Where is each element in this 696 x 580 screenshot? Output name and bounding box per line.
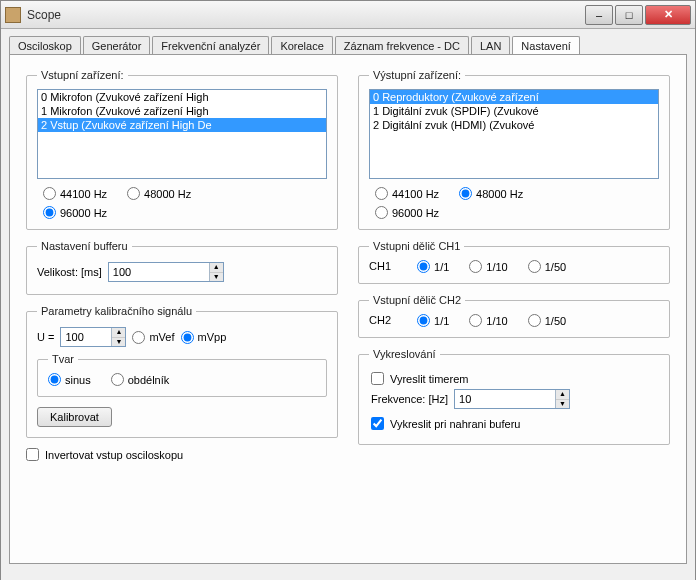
- render-buffer-label: Vykreslit pri nahrani buferu: [390, 418, 520, 430]
- input-device-item[interactable]: 2 Vstup (Zvukové zařízení High De: [38, 118, 326, 132]
- listbox-output-devices[interactable]: 0 Reproduktory (Zvukové zařízení 1 Digit…: [369, 89, 659, 179]
- app-window: Scope – □ ✕ Osciloskop Generátor Frekven…: [0, 0, 696, 580]
- ch1-1-10[interactable]: 1/10: [469, 260, 507, 273]
- ch2-1-50[interactable]: 1/50: [528, 314, 566, 327]
- legend-buffer: Nastavení bufferu: [37, 240, 132, 252]
- spinner-up-icon[interactable]: ▲: [210, 263, 223, 273]
- input-freq-44100[interactable]: 44100 Hz: [43, 187, 107, 200]
- u-input[interactable]: [61, 328, 111, 346]
- group-output-devices: Výstupní zařízení: 0 Reproduktory (Zvuko…: [358, 69, 670, 230]
- app-icon: [5, 7, 21, 23]
- render-freq-input[interactable]: [455, 390, 555, 408]
- titlebar: Scope – □ ✕: [1, 1, 695, 29]
- group-divider-ch1: Vstupni dělič CH1 CH1 1/1 1/10 1/50: [358, 240, 670, 284]
- output-device-item[interactable]: 0 Reproduktory (Zvukové zařízení: [370, 90, 658, 104]
- legend-divider-ch1: Vstupni dělič CH1: [369, 240, 464, 252]
- invert-input-label: Invertovat vstup osciloskopu: [45, 449, 183, 461]
- tab-lan[interactable]: LAN: [471, 36, 510, 55]
- ch1-1-1[interactable]: 1/1: [417, 260, 449, 273]
- window-buttons: – □ ✕: [583, 5, 691, 25]
- ch2-prefix: CH2: [369, 314, 391, 327]
- calibrate-button[interactable]: Kalibrovat: [37, 407, 112, 427]
- tab-page-nastaveni: Vstupní zařízení: 0 Mikrofon (Zvukové za…: [9, 54, 687, 564]
- right-column: Výstupní zařízení: 0 Reproduktory (Zvuko…: [358, 69, 670, 465]
- input-device-item[interactable]: 0 Mikrofon (Zvukové zařízení High: [38, 90, 326, 104]
- tab-zaznam-frekvence[interactable]: Záznam frekvence - DC: [335, 36, 469, 55]
- close-button[interactable]: ✕: [645, 5, 691, 25]
- output-freq-96000[interactable]: 96000 Hz: [375, 206, 439, 219]
- legend-shape: Tvar: [48, 353, 78, 365]
- invert-input-checkbox[interactable]: [26, 448, 39, 461]
- unit-mvpp[interactable]: mVpp: [181, 331, 227, 344]
- tab-strip: Osciloskop Generátor Frekvenční analyzér…: [9, 35, 687, 55]
- group-buffer: Nastavení bufferu Velikost: [ms] ▲▼: [26, 240, 338, 295]
- render-freq-spinner[interactable]: ▲▼: [454, 389, 570, 409]
- maximize-button[interactable]: □: [615, 5, 643, 25]
- group-rendering: Vykreslování Vyreslit timerem Frekvence:…: [358, 348, 670, 445]
- client-area: Osciloskop Generátor Frekvenční analyzér…: [1, 29, 695, 580]
- group-input-devices: Vstupní zařízení: 0 Mikrofon (Zvukové za…: [26, 69, 338, 230]
- input-freq-96000[interactable]: 96000 Hz: [43, 206, 107, 219]
- render-buffer-checkbox[interactable]: [371, 417, 384, 430]
- spinner-down-icon[interactable]: ▼: [112, 338, 125, 347]
- legend-calibration: Parametry kalibračního signálu: [37, 305, 196, 317]
- u-label: U =: [37, 331, 54, 343]
- unit-mvef[interactable]: mVef: [132, 331, 174, 344]
- u-spinner[interactable]: ▲▼: [60, 327, 126, 347]
- shape-sinus[interactable]: sinus: [48, 373, 91, 386]
- legend-output-devices: Výstupní zařízení:: [369, 69, 465, 81]
- left-column: Vstupní zařízení: 0 Mikrofon (Zvukové za…: [26, 69, 338, 465]
- spinner-down-icon[interactable]: ▼: [210, 273, 223, 282]
- group-shape: Tvar sinus obdélník: [37, 353, 327, 397]
- tab-generator[interactable]: Generátor: [83, 36, 151, 55]
- render-timer-checkbox[interactable]: [371, 372, 384, 385]
- legend-divider-ch2: Vstupní dělič CH2: [369, 294, 465, 306]
- minimize-button[interactable]: –: [585, 5, 613, 25]
- group-calibration: Parametry kalibračního signálu U = ▲▼ mV…: [26, 305, 338, 438]
- buffer-size-label: Velikost: [ms]: [37, 266, 102, 278]
- ch2-1-1[interactable]: 1/1: [417, 314, 449, 327]
- input-freq-48000[interactable]: 48000 Hz: [127, 187, 191, 200]
- spinner-up-icon[interactable]: ▲: [556, 390, 569, 400]
- legend-rendering: Vykreslování: [369, 348, 440, 360]
- listbox-input-devices[interactable]: 0 Mikrofon (Zvukové zařízení High 1 Mikr…: [37, 89, 327, 179]
- input-device-item[interactable]: 1 Mikrofon (Zvukové zařízení High: [38, 104, 326, 118]
- tab-nastaveni[interactable]: Nastavení: [512, 36, 580, 56]
- render-freq-label: Frekvence: [Hz]: [371, 393, 448, 405]
- render-timer-label: Vyreslit timerem: [390, 373, 468, 385]
- output-device-item[interactable]: 2 Digitální zvuk (HDMI) (Zvukové: [370, 118, 658, 132]
- tab-osciloskop[interactable]: Osciloskop: [9, 36, 81, 55]
- output-freq-44100[interactable]: 44100 Hz: [375, 187, 439, 200]
- tab-frekvencni-analyzer[interactable]: Frekvenční analyzér: [152, 36, 269, 55]
- group-divider-ch2: Vstupní dělič CH2 CH2 1/1 1/10 1/50: [358, 294, 670, 338]
- buffer-size-input[interactable]: [109, 263, 209, 281]
- ch2-1-10[interactable]: 1/10: [469, 314, 507, 327]
- shape-rect[interactable]: obdélník: [111, 373, 170, 386]
- output-freq-48000[interactable]: 48000 Hz: [459, 187, 523, 200]
- legend-input-devices: Vstupní zařízení:: [37, 69, 128, 81]
- spinner-up-icon[interactable]: ▲: [112, 328, 125, 338]
- spinner-down-icon[interactable]: ▼: [556, 400, 569, 409]
- ch1-prefix: CH1: [369, 260, 391, 273]
- ch1-1-50[interactable]: 1/50: [528, 260, 566, 273]
- buffer-size-spinner[interactable]: ▲▼: [108, 262, 224, 282]
- tab-korelace[interactable]: Korelace: [271, 36, 332, 55]
- output-device-item[interactable]: 1 Digitální zvuk (SPDIF) (Zvukové: [370, 104, 658, 118]
- window-title: Scope: [27, 8, 583, 22]
